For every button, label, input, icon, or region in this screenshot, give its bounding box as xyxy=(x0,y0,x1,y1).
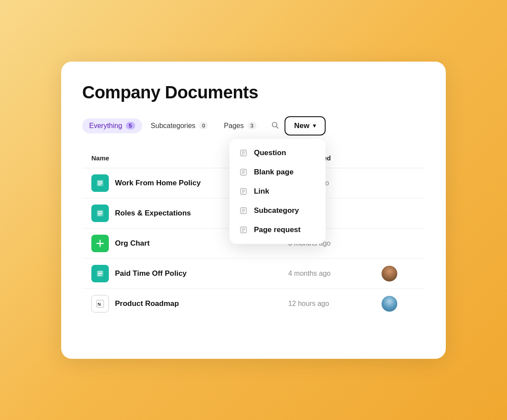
modified-time: 12 hours ago xyxy=(288,300,329,307)
new-dropdown-area: New ▾ Question xyxy=(285,116,326,135)
page-request-icon xyxy=(239,226,248,234)
tab-subcategories-badge: 0 xyxy=(199,122,208,129)
dropdown-item-page-request[interactable]: Page request xyxy=(229,220,326,240)
doc-name-roadmap: N Product Roadmap xyxy=(91,295,271,312)
tab-pages-badge: 3 xyxy=(247,122,257,129)
col-avatar xyxy=(373,148,425,168)
page-title: Company Documents xyxy=(82,83,425,102)
tab-subcategories[interactable]: Subcategories 0 xyxy=(144,118,215,133)
doc-name-label: Org Chart xyxy=(115,239,149,248)
avatar-person2 xyxy=(382,296,397,312)
main-card: Company Documents Everything 5 Subcatego… xyxy=(61,62,446,359)
tab-everything-label: Everything xyxy=(89,122,122,130)
table-row[interactable]: Paid Time Off Policy 4 months ago xyxy=(83,258,425,288)
doc-icon-teal-3 xyxy=(91,265,109,282)
doc-icon-notion: N xyxy=(91,295,109,312)
search-button[interactable] xyxy=(267,118,283,134)
tab-everything-badge: 5 xyxy=(126,122,135,129)
doc-name-label: Product Roadmap xyxy=(115,299,179,308)
dropdown-item-question-label: Question xyxy=(254,149,286,157)
new-button[interactable]: New ▾ xyxy=(285,116,326,135)
dropdown-item-question[interactable]: Question xyxy=(229,143,326,163)
avatar-person1 xyxy=(382,266,397,281)
svg-line-1 xyxy=(276,126,278,128)
tab-everything[interactable]: Everything 5 xyxy=(82,118,142,133)
question-icon xyxy=(239,149,248,157)
doc-icon-teal xyxy=(91,174,109,192)
dropdown-item-subcategory[interactable]: Subcategory xyxy=(229,201,326,220)
tab-pages[interactable]: Pages 3 xyxy=(217,118,264,133)
doc-name-label: Roles & Expectations xyxy=(115,209,191,218)
search-icon xyxy=(271,121,279,131)
dropdown-item-page-request-label: Page request xyxy=(254,226,301,234)
dropdown-item-subcategory-label: Subcategory xyxy=(254,206,299,215)
chevron-down-icon: ▾ xyxy=(313,122,316,129)
dropdown-item-link-label: Link xyxy=(254,187,269,196)
doc-name-label: Paid Time Off Policy xyxy=(115,269,187,278)
link-icon xyxy=(239,187,248,196)
doc-icon-teal-2 xyxy=(91,205,109,222)
blank-page-icon xyxy=(239,168,248,177)
new-button-label: New xyxy=(294,121,309,130)
tab-subcategories-label: Subcategories xyxy=(151,122,195,130)
tab-pages-label: Pages xyxy=(224,122,243,130)
dropdown-item-blank-page[interactable]: Blank page xyxy=(229,163,326,182)
doc-name-pto: Paid Time Off Policy xyxy=(91,265,271,282)
new-dropdown-menu: Question Blank page xyxy=(229,139,326,244)
svg-text:N: N xyxy=(97,301,101,306)
subcategory-icon xyxy=(239,206,248,215)
doc-icon-green xyxy=(91,235,109,252)
filter-bar: Everything 5 Subcategories 0 Pages 3 xyxy=(82,116,425,135)
modified-time: 4 months ago xyxy=(288,270,330,277)
dropdown-item-link[interactable]: Link xyxy=(229,182,326,201)
doc-name-label: Work From Home Policy xyxy=(115,179,201,187)
table-row[interactable]: N Product Roadmap 12 hours ago xyxy=(83,288,425,319)
dropdown-item-blank-page-label: Blank page xyxy=(254,168,294,177)
